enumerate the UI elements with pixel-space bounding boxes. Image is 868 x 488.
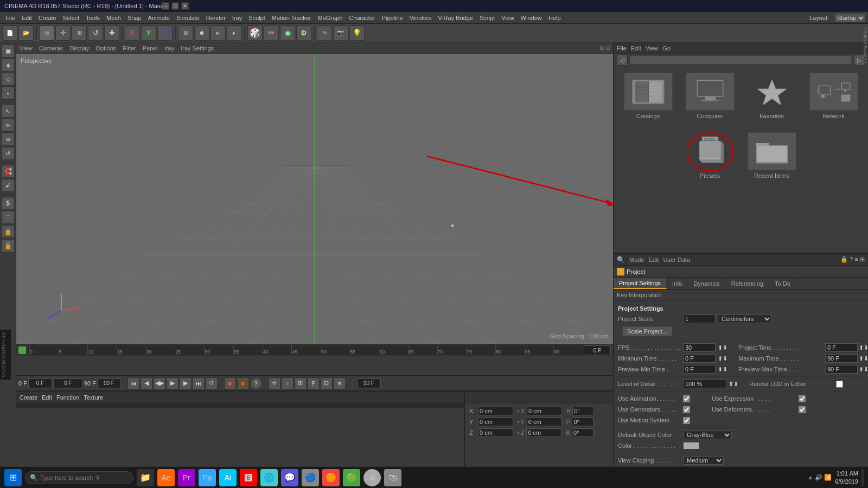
render-lod-checkbox[interactable]	[836, 381, 843, 388]
menu-window[interactable]: Window	[518, 15, 545, 21]
use-motion-checkbox[interactable]	[683, 417, 690, 424]
menu-sculpt[interactable]: Sculpt	[245, 15, 269, 21]
taskbar-app7[interactable]: 🔵	[302, 469, 319, 486]
toolbar-cube[interactable]: 🎲	[247, 25, 263, 41]
taskbar-app5[interactable]: 🅱	[240, 469, 257, 486]
coord-p-input[interactable]	[572, 418, 593, 426]
lt-edge[interactable]: ◇	[2, 73, 15, 86]
taskbar-ai[interactable]: Ai	[219, 469, 237, 486]
coord-x-input[interactable]	[478, 407, 513, 415]
pp-mode-menu[interactable]: Mode	[629, 256, 644, 263]
minimize-button[interactable]: ─	[162, 2, 169, 10]
timeline-ruler[interactable]: 0 5 10 15 20 25 30 35 40 45 50 55 60 65 …	[28, 345, 584, 355]
record-active-button[interactable]: ⏺	[237, 377, 249, 389]
snap-transport-button[interactable]: ✛	[269, 377, 280, 389]
search-bar[interactable]: 🔍 Type here to search 🎙	[25, 471, 133, 484]
toolbar-material[interactable]: ◉	[280, 25, 295, 41]
record-button[interactable]: ⏺	[224, 377, 236, 389]
pose-button[interactable]: P	[308, 377, 320, 389]
toolbar-light[interactable]: 💡	[349, 25, 365, 41]
lt-objects[interactable]: ▣	[2, 44, 15, 57]
vp-tab-filter[interactable]: Filter	[123, 45, 136, 52]
layout-select[interactable]: Startup	[834, 13, 866, 23]
current-frame-display[interactable]	[357, 378, 381, 388]
asset-item-network[interactable]: → Network	[809, 73, 858, 119]
kf-tab-edit[interactable]: Edit	[42, 394, 52, 401]
pp-edit-menu[interactable]: Edit	[649, 256, 659, 263]
current-frame-input[interactable]	[584, 345, 611, 355]
use-expression-checkbox[interactable]	[799, 395, 806, 402]
asset-path-bar[interactable]	[630, 56, 852, 65]
lt-lock[interactable]: 🔒	[2, 225, 15, 238]
toolbar-new[interactable]: 📄	[2, 25, 17, 41]
preview-max-input[interactable]	[825, 365, 858, 374]
asset-item-computer[interactable]: Computer	[686, 73, 735, 119]
toolbar-obj[interactable]: ⊞	[178, 25, 193, 41]
close-button[interactable]: ✕	[181, 2, 189, 10]
taskbar-app8[interactable]: 🟠	[322, 469, 340, 486]
tab-info[interactable]: Info	[667, 278, 688, 289]
taskbar-app10[interactable]: ⚙	[363, 469, 381, 486]
asset-menu-view[interactable]: View	[646, 45, 659, 52]
menu-tools[interactable]: Tools	[82, 15, 103, 21]
vp-tab-display[interactable]: Display	[69, 45, 89, 52]
taskbar-discord[interactable]: 💬	[281, 469, 298, 486]
asset-item-catalogs[interactable]: Catalogs	[624, 73, 673, 119]
asset-item-recent[interactable]: Recent Items	[748, 132, 796, 179]
show-desktop-button[interactable]	[861, 469, 864, 486]
coord-h-input[interactable]	[572, 407, 594, 415]
frame-end-input[interactable]	[97, 378, 121, 388]
taskbar-ae[interactable]: Ae	[157, 469, 175, 486]
lt-scale[interactable]: ⊞	[2, 133, 15, 146]
lt-select-live[interactable]: ↖	[2, 105, 15, 118]
vp-tab-options[interactable]: Options	[95, 45, 116, 52]
vp-tab-panel[interactable]: Panel	[143, 45, 158, 52]
menu-vendors[interactable]: Vendors	[406, 15, 435, 21]
coord-y-input[interactable]	[478, 418, 513, 426]
lt-dollar[interactable]: $	[2, 197, 15, 210]
menu-animate[interactable]: Animate	[145, 15, 173, 21]
toolbar-open[interactable]: 📂	[18, 25, 34, 41]
project-time-input[interactable]	[825, 343, 858, 352]
fps-input[interactable]	[683, 343, 716, 352]
toolbar-move[interactable]: ✛	[55, 25, 71, 41]
taskbar-chrome[interactable]: 🌐	[260, 469, 278, 486]
lt-move[interactable]: ✛	[2, 119, 15, 132]
coord-z-input[interactable]	[478, 428, 513, 437]
menu-edit[interactable]: Edit	[18, 15, 35, 21]
toolbar-model-mode[interactable]: ◎	[39, 25, 54, 41]
menu-view[interactable]: View	[498, 15, 518, 21]
toolbar-y-axis[interactable]: Y	[141, 25, 156, 41]
coord-z2-input[interactable]	[526, 428, 561, 437]
lt-brush[interactable]: 🖌	[2, 179, 15, 192]
tab-referencing[interactable]: Referencing	[726, 278, 769, 289]
maximize-button[interactable]: □	[171, 2, 179, 10]
tab-dynamics[interactable]: Dynamics	[688, 278, 725, 289]
asset-menu-file[interactable]: File	[617, 45, 627, 52]
menu-create[interactable]: Create	[35, 15, 60, 21]
use-deformers-checkbox[interactable]	[799, 406, 806, 413]
toolbar-render-settings[interactable]: ⚙	[296, 25, 311, 41]
taskbar-explorer[interactable]: 📁	[137, 469, 154, 486]
start-button[interactable]: ⊞	[4, 469, 22, 486]
lt-rotate[interactable]: ↺	[2, 147, 15, 160]
coord-y2-input[interactable]	[527, 418, 562, 426]
kf-tab-create[interactable]: Create	[20, 394, 37, 401]
settings-transport-button[interactable]: ≡	[334, 377, 346, 389]
asset-item-presets[interactable]: Presets	[686, 132, 735, 179]
lt-bend[interactable]: ⌒	[2, 211, 15, 224]
play-reverse-button[interactable]: ◀▶	[154, 377, 165, 389]
toolbar-rotate[interactable]: ↺	[88, 25, 103, 41]
lt-unlock[interactable]: 🔓	[2, 239, 15, 252]
go-to-start-button[interactable]: ⏮	[127, 377, 139, 389]
toolbar-paint[interactable]: ✏	[264, 25, 279, 41]
vp-tab-iray-settings[interactable]: Iray Settings	[181, 45, 214, 52]
project-scale-input[interactable]	[683, 314, 716, 323]
coord-b-input[interactable]	[572, 428, 593, 437]
toolbar-scale[interactable]: ⊞	[72, 25, 87, 41]
lod-input[interactable]	[683, 380, 726, 388]
viewport[interactable]: Perspective Grid Spacing : 100 cm	[16, 54, 613, 344]
vp-tab-cameras[interactable]: Cameras	[39, 45, 63, 52]
menu-pipeline[interactable]: Pipeline	[379, 15, 406, 21]
view-clipping-select[interactable]: Medium	[683, 456, 724, 465]
